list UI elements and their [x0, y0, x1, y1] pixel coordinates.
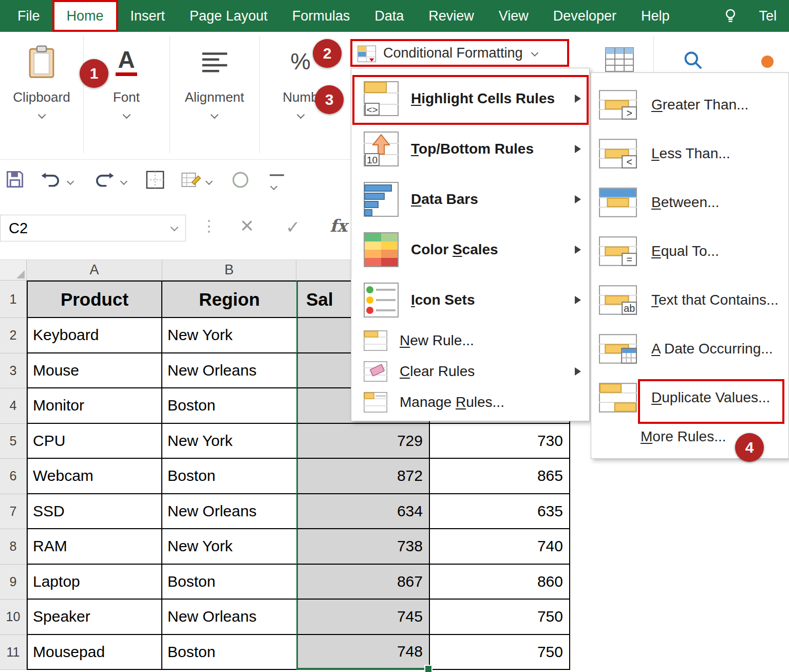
- cell-A4[interactable]: Monitor: [27, 388, 162, 424]
- column-header-A[interactable]: A: [27, 260, 162, 281]
- cell-C7[interactable]: 634: [296, 494, 430, 530]
- cell-A11[interactable]: Mousepad: [27, 635, 162, 670]
- search-icon[interactable]: [682, 49, 704, 73]
- cell-C5[interactable]: 729: [296, 424, 430, 459]
- name-box[interactable]: C2: [0, 215, 186, 241]
- cell-B4[interactable]: Boston: [162, 388, 296, 424]
- submenu-item-duplicate-values[interactable]: Duplicate Values...: [591, 373, 788, 422]
- cell-D11[interactable]: 750: [430, 635, 570, 670]
- cell-A3[interactable]: Mouse: [27, 353, 162, 389]
- customize-toolbar-icon[interactable]: [268, 173, 286, 183]
- cell-B6[interactable]: Boston: [162, 459, 296, 494]
- align-text-icon[interactable]: [201, 41, 228, 82]
- enter-icon[interactable]: ✓: [286, 217, 300, 237]
- column-header-B[interactable]: B: [162, 260, 296, 281]
- submenu-item-equal-to[interactable]: =Equal To...: [591, 227, 788, 275]
- draw-table-dropdown-icon[interactable]: [205, 178, 213, 185]
- cell-A6[interactable]: Webcam: [27, 459, 162, 494]
- undo-dropdown-icon[interactable]: [67, 178, 74, 185]
- tab-page-layout[interactable]: Page Layout: [177, 0, 280, 32]
- row-header-7[interactable]: 7: [0, 494, 27, 530]
- submenu-item-greater-than[interactable]: >Greater Than...: [591, 80, 788, 129]
- cell-A8[interactable]: RAM: [27, 529, 162, 565]
- cell-D5[interactable]: 730: [430, 424, 570, 459]
- customize-toolbar-dropdown-icon[interactable]: [270, 183, 277, 190]
- tab-formulas[interactable]: Formulas: [280, 0, 363, 32]
- tab-help[interactable]: Help: [629, 0, 682, 32]
- conditional-formatting-button[interactable]: Conditional Formatting: [350, 39, 569, 67]
- cell-B5[interactable]: New York: [162, 424, 296, 459]
- menu-item-top-bottom-rules[interactable]: 10Top/Bottom Rules: [351, 124, 589, 174]
- cell-B11[interactable]: Boston: [162, 635, 296, 670]
- menu-item-new-rule[interactable]: New Rule...: [351, 325, 589, 356]
- row-header-11[interactable]: 11: [0, 635, 27, 670]
- cell-D8[interactable]: 740: [430, 529, 570, 565]
- redo-dropdown-icon[interactable]: [120, 178, 127, 185]
- submenu-item-a-date-occurring[interactable]: A Date Occurring...: [591, 324, 788, 373]
- tab-developer[interactable]: Developer: [541, 0, 629, 32]
- cancel-icon[interactable]: ×: [240, 213, 254, 238]
- cell-C10[interactable]: 745: [296, 600, 430, 635]
- insert-function-icon[interactable]: fx: [330, 216, 347, 236]
- cell-A5[interactable]: CPU: [27, 424, 162, 459]
- percent-style-icon[interactable]: %: [290, 41, 310, 82]
- cell-A1[interactable]: Product: [27, 281, 162, 318]
- oval-shape-icon[interactable]: [230, 170, 251, 192]
- cell-B3[interactable]: New Orleans: [162, 353, 296, 389]
- row-header-8[interactable]: 8: [0, 529, 27, 565]
- row-header-6[interactable]: 6: [0, 459, 27, 494]
- menu-item-color-scales[interactable]: Color Scales: [351, 225, 589, 275]
- menu-item-clear-rules[interactable]: Clear Rules: [351, 356, 589, 387]
- tab-home[interactable]: Home: [52, 0, 118, 32]
- cell-B8[interactable]: New York: [162, 529, 296, 565]
- menu-item-data-bars[interactable]: Data Bars: [351, 174, 589, 225]
- cell-A2[interactable]: Keyboard: [27, 318, 162, 353]
- menu-item-highlight-cells-rules[interactable]: <>Highlight Cells Rules: [351, 73, 589, 124]
- cell-C9[interactable]: 867: [296, 565, 430, 600]
- cell-B10[interactable]: New Orleans: [162, 600, 296, 635]
- cell-D10[interactable]: 750: [430, 600, 570, 635]
- redo-icon[interactable]: [93, 171, 115, 190]
- cell-B2[interactable]: New York: [162, 318, 296, 353]
- cell-B1[interactable]: Region: [162, 281, 296, 318]
- cell-C6[interactable]: 872: [296, 459, 430, 494]
- row-header-10[interactable]: 10: [0, 600, 27, 635]
- font-color-icon[interactable]: A: [116, 41, 137, 82]
- row-header-1[interactable]: 1: [0, 281, 27, 318]
- paste-clipboard-icon[interactable]: [27, 41, 56, 82]
- cell-C8[interactable]: 738: [296, 529, 430, 565]
- cell-A9[interactable]: Laptop: [27, 565, 162, 600]
- tab-view[interactable]: View: [486, 0, 541, 32]
- formula-bar-splitter[interactable]: ⋮: [201, 217, 217, 235]
- row-header-9[interactable]: 9: [0, 565, 27, 600]
- cell-D7[interactable]: 635: [430, 494, 570, 530]
- tab-file[interactable]: File: [5, 0, 52, 32]
- select-all-corner[interactable]: [0, 260, 27, 281]
- submenu-item-between[interactable]: Between...: [591, 178, 788, 227]
- draw-borders-icon[interactable]: [145, 170, 165, 192]
- tab-data[interactable]: Data: [362, 0, 416, 32]
- row-header-3[interactable]: 3: [0, 353, 27, 389]
- cell-A10[interactable]: Speaker: [27, 600, 162, 635]
- name-box-dropdown-icon[interactable]: [171, 223, 179, 232]
- cell-D9[interactable]: 860: [430, 565, 570, 600]
- save-icon[interactable]: [5, 170, 25, 191]
- cell-A7[interactable]: SSD: [27, 494, 162, 530]
- tab-review[interactable]: Review: [416, 0, 486, 32]
- row-header-4[interactable]: 4: [0, 388, 27, 424]
- draw-table-icon[interactable]: [181, 170, 201, 192]
- clipboard-dialog-launcher-icon[interactable]: [37, 111, 46, 119]
- submenu-item-less-than[interactable]: <Less Than...: [591, 129, 788, 178]
- tab-insert[interactable]: Insert: [118, 0, 178, 32]
- alignment-dialog-launcher-icon[interactable]: [211, 111, 219, 119]
- submenu-item-text-that-contains[interactable]: abText that Contains...: [591, 275, 788, 324]
- cell-B9[interactable]: Boston: [162, 565, 296, 600]
- font-dialog-launcher-icon[interactable]: [122, 111, 130, 119]
- undo-icon[interactable]: [40, 171, 62, 190]
- menu-item-icon-sets[interactable]: Icon Sets: [351, 275, 589, 325]
- cell-B7[interactable]: New Orleans: [162, 494, 296, 530]
- cell-C11[interactable]: 748: [296, 635, 430, 670]
- tab-tell-me[interactable]: Tel: [746, 8, 789, 24]
- cell-D6[interactable]: 865: [430, 459, 570, 494]
- row-header-2[interactable]: 2: [0, 318, 27, 353]
